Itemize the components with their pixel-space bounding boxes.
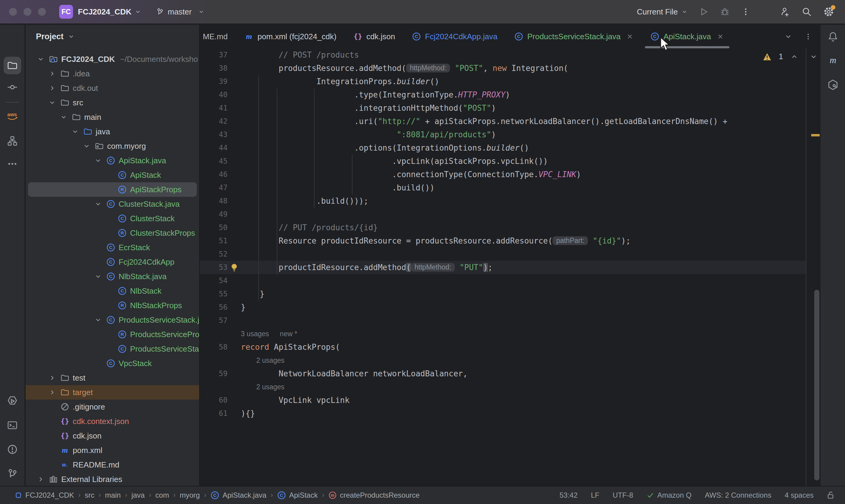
run-configuration-selector[interactable]: Current File [637,7,687,17]
editor-tab-fcj2024cdkapp-java[interactable]: CFcj2024CdkApp.java [403,25,506,48]
chevron-right-icon[interactable] [49,374,57,381]
tree-item-apistackprops[interactable]: RApiStackProps [28,182,197,197]
line-number[interactable]: 46 [200,170,228,179]
editor-tab-productsservicestack-java[interactable]: CProductsServiceStack.java [506,25,642,48]
debug-button[interactable] [720,7,730,17]
tab-close-icon[interactable] [717,33,724,40]
breadcrumb-fcj2024-cdk[interactable]: FCJ2024_CDK [15,491,74,500]
chevron-right-icon[interactable] [49,389,57,396]
chevron-down-icon[interactable] [37,56,46,63]
editor-tab-me-md[interactable]: ME.md [200,25,236,48]
project-panel-header[interactable]: Project [26,25,199,48]
line-number[interactable]: 53 [200,263,228,272]
line-number[interactable]: 39 [200,77,228,86]
more-tool-button[interactable] [4,155,21,173]
line-number[interactable]: 42 [200,117,228,126]
tab-list-chevron-icon[interactable] [784,33,792,40]
git-branch-widget[interactable]: master [156,7,204,17]
line-number[interactable]: 37 [200,51,228,59]
run-button[interactable] [699,7,708,17]
chevron-down-icon[interactable] [83,142,91,150]
line-number[interactable]: 41 [200,104,228,112]
editor-scrollbar[interactable] [814,290,819,481]
breadcrumb-myorg[interactable]: myorg [180,491,200,500]
project-name[interactable]: FCJ2024_CDK [78,7,131,17]
project-tool-button[interactable] [4,57,21,74]
status-widget-53-42[interactable]: 53:42 [559,491,578,500]
breadcrumb-apistack-java[interactable]: CApiStack.java [210,491,266,500]
chevron-down-icon[interactable] [49,99,57,106]
status-widget-aws-2-connections[interactable]: AWS: 2 Connections [705,491,771,500]
line-number[interactable]: 54 [200,276,228,285]
chevron-down-icon[interactable] [94,157,103,164]
tree-item-src[interactable]: src [26,95,199,110]
next-problem-chevron-down-icon[interactable] [810,53,817,61]
tab-options-kebab-icon[interactable] [804,33,812,40]
run-tool-button[interactable] [4,392,21,410]
status-widget-lf[interactable]: LF [591,491,599,500]
tree-item-cdk-json[interactable]: {}cdk.json [26,429,199,443]
line-number[interactable]: 43 [200,130,228,139]
tree-item-fcj2024cdkapp[interactable]: CFcj2024CdkApp [26,255,199,269]
more-actions-button[interactable] [741,7,750,16]
line-number[interactable]: 56 [200,303,228,311]
chevron-right-icon[interactable] [49,85,57,92]
tree-item-readme-md[interactable]: M↓README.md [26,457,199,472]
chevron-down-icon[interactable] [60,113,69,121]
code-editor[interactable]: 37 // POST /products38 productsResource.… [200,48,820,486]
tree-item-clusterstack-java[interactable]: CClusterStack.java [26,197,199,211]
line-number[interactable]: 48 [200,197,228,205]
breadcrumb-main[interactable]: main [105,491,121,500]
close-window-button[interactable] [9,8,17,16]
tree-item--idea[interactable]: .idea [26,66,199,81]
line-number[interactable]: 38 [200,64,228,72]
breadcrumb-src[interactable]: src [85,491,94,500]
maximize-window-button[interactable] [38,8,46,16]
line-number[interactable]: 61 [200,409,228,418]
line-number[interactable]: 60 [200,396,228,404]
terminal-tool-button[interactable] [4,416,21,434]
line-number[interactable]: 49 [200,210,228,218]
tree-item-target[interactable]: target [26,385,199,400]
tree-item-vpcstack[interactable]: CVpcStack [26,356,199,371]
line-number[interactable]: 45 [200,157,228,165]
tree-item-pom-xml[interactable]: mpom.xml [26,443,199,457]
tree-item-ecrstack[interactable]: CEcrStack [26,240,199,255]
code-with-me-button[interactable] [780,7,790,17]
warning-stripe-mark[interactable] [811,134,820,137]
tree-item-test[interactable]: test [26,371,199,385]
minimize-window-button[interactable] [23,8,31,16]
chevron-down-icon[interactable] [94,316,103,324]
tree-item-nlbstack[interactable]: CNlbStack [26,284,199,298]
git-tool-button[interactable] [4,465,21,482]
chevron-down-icon[interactable] [72,128,80,135]
tree-item-nlbstack-java[interactable]: CNlbStack.java [26,269,199,284]
breadcrumb-com[interactable]: com [156,491,169,500]
bell-tool-button[interactable] [824,28,842,45]
editor-tab-cdk-json[interactable]: {}cdk.json [345,25,403,48]
line-number[interactable]: 55 [200,290,228,298]
code-pane[interactable]: 37 // POST /products38 productsResource.… [200,48,806,486]
chevron-down-icon[interactable] [134,8,141,15]
tree-item-com-myorg[interactable]: com.myorg [26,139,199,153]
tree-item-nlbstackprops[interactable]: RNlbStackProps [26,298,199,313]
tree-item-apistack[interactable]: CApiStack [26,168,199,182]
line-number[interactable]: 44 [200,144,228,152]
status-widget-4-spaces[interactable]: 4 spaces [785,491,814,500]
breadcrumb-apistack[interactable]: CApiStack [277,491,318,500]
tree-item-cdk-context-json[interactable]: {}cdk.context.json [26,414,199,429]
tab-close-icon[interactable] [626,33,633,40]
tree-item-productsservicesta[interactable]: CProductsServiceSta [26,342,199,356]
line-number[interactable]: 52 [200,250,228,258]
tree-item-clusterstack[interactable]: CClusterStack [26,211,199,226]
tree-item--gitignore[interactable]: .gitignore [26,400,199,414]
gutter-icon-lane[interactable] [228,263,241,272]
tree-item-productsservicepro[interactable]: RProductsServicePro [26,327,199,342]
line-number[interactable]: 57 [200,316,228,325]
chevron-down-icon[interactable] [94,273,103,280]
tree-item-clusterstackprops[interactable]: RClusterStackProps [26,226,199,240]
status-widget-amazon-q[interactable]: Amazon Q [646,491,691,500]
editor-tab-apistack-java[interactable]: CApiStack.java [642,25,733,48]
breadcrumb-createproductsresource[interactable]: mcreateProductsResource [328,491,419,500]
tree-item-java[interactable]: java [26,124,199,139]
